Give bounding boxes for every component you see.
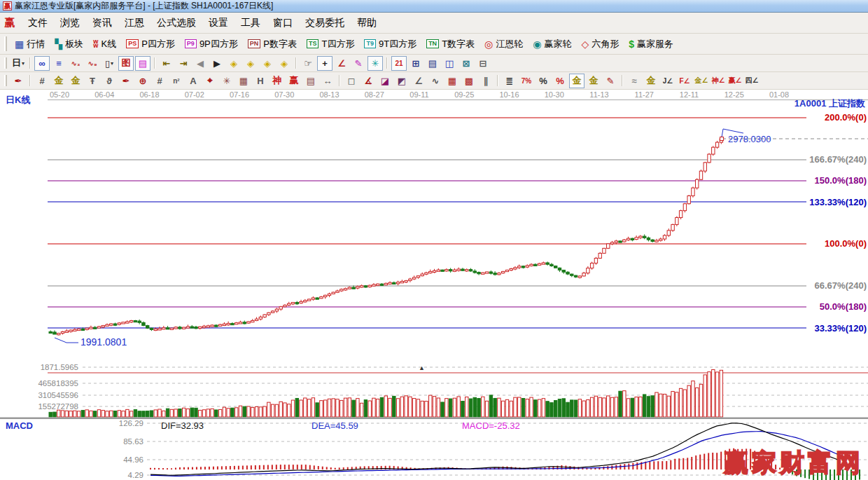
gann-shift-right-button[interactable]: ◈ (243, 56, 258, 71)
star-grid-tool[interactable]: ✳ (219, 74, 234, 88)
crosshair-button[interactable]: + (317, 56, 332, 71)
boxed-grid-tool[interactable]: ▦ (236, 74, 251, 88)
t-square-button[interactable]: TST四方形 (302, 36, 359, 52)
wave-3-button[interactable]: ∿₃ (68, 56, 83, 71)
svg-text:133.33%(120): 133.33%(120) (809, 197, 867, 207)
red-grid-tool[interactable]: ▦ (444, 74, 460, 88)
f-gate-tool[interactable]: Ŧ (85, 74, 100, 88)
percent-line-tool[interactable]: % (552, 74, 568, 88)
candle-style-button[interactable]: ▯▾ (102, 56, 117, 71)
quotes-button[interactable]: ▦行情 (10, 36, 50, 52)
candlesticks[interactable] (49, 137, 723, 336)
t9-square-button[interactable]: T99T四方形 (359, 36, 421, 52)
knife2-tool[interactable]: ✒ (118, 74, 134, 88)
period-day-button[interactable]: 日▾ (10, 56, 26, 71)
zigzag-tool[interactable]: ∿ (428, 74, 443, 88)
gold-angle-tool[interactable]: 金∠ (694, 74, 709, 88)
sectors-button[interactable]: ▚板块 (50, 36, 88, 52)
ying-angle-tool[interactable]: 赢∠ (727, 74, 743, 88)
a-channel-tool[interactable]: A (186, 74, 201, 88)
brush-tool[interactable]: ✎ (603, 74, 618, 88)
menu-window[interactable]: 窗口 (267, 15, 299, 30)
export-button[interactable]: ⊠ (458, 56, 474, 71)
gold-underline-tool[interactable]: 金 (643, 74, 659, 88)
gold-gate2-tool[interactable]: 金 (68, 74, 83, 88)
goto-first-button[interactable]: ⇤ (159, 56, 174, 71)
gann-wheel-button[interactable]: ◎江恩轮 (479, 36, 528, 52)
fence-tool[interactable]: # (34, 74, 50, 88)
smart-analysis-button[interactable]: ✳ (368, 56, 383, 71)
kline-chart-canvas[interactable]: 05-2006-0406-1807-0207-1607-3008-1308-27… (0, 90, 868, 480)
pattern-tool-button[interactable]: ∞ (34, 56, 50, 71)
step-level-tool[interactable]: ≣ (502, 74, 517, 88)
box-select-tool[interactable]: ◻ (344, 74, 359, 88)
menu-help[interactable]: 帮助 (351, 15, 383, 30)
menu-tools[interactable]: 工具 (234, 15, 267, 30)
gold-gate-tool[interactable]: 金 (51, 74, 66, 88)
gann-compress-button[interactable]: ◈ (276, 56, 292, 71)
volume-profile-button[interactable]: ▤ (135, 56, 150, 71)
prev-page-button[interactable]: ◀ (192, 56, 208, 71)
menu-file[interactable]: 文件 (22, 15, 54, 30)
gold-line-tool[interactable]: 金 (586, 74, 601, 88)
percent-retrace-tool[interactable]: 7% (519, 74, 534, 88)
menu-settings[interactable]: 设置 (202, 15, 234, 30)
parallel-lines-tool[interactable]: ∥ (478, 74, 493, 88)
si-angle-tool[interactable]: 四∠ (744, 74, 760, 88)
f-angle-tool[interactable]: F∠ (677, 74, 692, 88)
menu-trade[interactable]: 交易委托 (299, 15, 351, 30)
report-list-button[interactable]: ≡ (51, 56, 66, 71)
width-measure-tool[interactable]: ↔ (320, 74, 335, 88)
gold-circle-tool[interactable]: 金 (569, 74, 584, 88)
notes-button[interactable]: ▤ (425, 56, 440, 71)
winner-service-button[interactable]: $赢家服务 (624, 36, 678, 52)
fan-lines-tool[interactable]: ∡ (360, 74, 376, 88)
n2-tool[interactable]: n² (169, 74, 184, 88)
fan-shade-tool[interactable]: ◩ (394, 74, 410, 88)
p9-square-button[interactable]: P99P四方形 (180, 36, 243, 52)
calculator-button[interactable]: ⊞ (408, 56, 424, 71)
draw-pen-button[interactable]: ✎ (351, 56, 366, 71)
volume-pane[interactable]: 1871.5965465818395310545596155272798▲ (0, 363, 868, 419)
p-square-button[interactable]: PSP四方形 (121, 36, 180, 52)
menu-news[interactable]: 资讯 (86, 15, 118, 30)
hand-tool-button[interactable]: ☞ (300, 56, 316, 71)
shen-angle-tool[interactable]: 神∠ (710, 74, 726, 88)
hexagon-icon: ◇ (582, 39, 589, 49)
red-grid2-tool[interactable]: ▩ (461, 74, 477, 88)
next-page-button[interactable]: ▶ (209, 56, 225, 71)
t-number-table-button[interactable]: TNT数字表 (421, 36, 479, 52)
winner-wheel-button[interactable]: ◉赢家轮 (528, 36, 576, 52)
svg-text:07-02: 07-02 (185, 90, 204, 99)
angle-measure-button[interactable]: ∠ (334, 56, 349, 71)
goto-last-button[interactable]: ⇥ (176, 56, 191, 71)
menu-gann[interactable]: 江恩 (118, 15, 150, 30)
k-mark-tool[interactable]: Η (253, 74, 268, 88)
ruler-tool[interactable]: ▤ (303, 74, 318, 88)
print-button[interactable]: ⊟ (475, 56, 491, 71)
kline-filter-button[interactable]: 图 (118, 56, 134, 71)
wave-9-button[interactable]: ∿₉ (85, 56, 100, 71)
menu-formula-pick[interactable]: 公式选股 (150, 15, 202, 30)
p-number-table-button[interactable]: PNP数字表 (243, 36, 302, 52)
fence2-tool[interactable]: # (152, 74, 167, 88)
save-button[interactable]: ◫ (442, 56, 457, 71)
knife-tool[interactable]: ✒ (10, 74, 26, 88)
calendar-button[interactable]: 21 (391, 56, 407, 71)
shen-tool[interactable]: 神 (270, 74, 285, 88)
ying-tool[interactable]: 赢 (286, 74, 302, 88)
time-circle-tool[interactable]: ⊕ (135, 74, 150, 88)
gann-expand-button[interactable]: ◈ (260, 56, 275, 71)
hexagon-button[interactable]: ◇六角形 (577, 36, 624, 52)
angle-lines-tool[interactable]: ∠ (411, 74, 426, 88)
j-angle-tool[interactable]: J∠ (660, 74, 676, 88)
volume-marker: ▲ (419, 364, 425, 371)
wave-aa-tool[interactable]: ≈ (626, 74, 642, 88)
spiral-tool[interactable]: ϑ (102, 74, 117, 88)
kline-button[interactable]: ʬK线 (88, 36, 121, 52)
percent-tool[interactable]: % (536, 74, 551, 88)
circle-cross-tool[interactable]: ⌖ (202, 74, 218, 88)
fan-box-tool[interactable]: ◪ (377, 74, 393, 88)
gann-shift-left-button[interactable]: ◈ (226, 56, 241, 71)
menu-browse[interactable]: 浏览 (54, 15, 86, 30)
